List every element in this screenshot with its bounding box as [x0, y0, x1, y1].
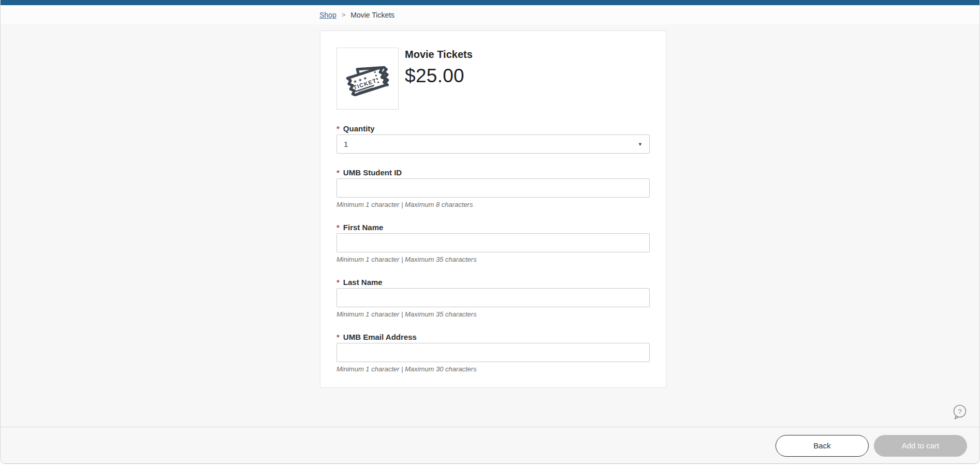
umb-student-id-label: * UMB Student ID: [337, 168, 650, 177]
add-to-cart-button[interactable]: Add to cart: [874, 435, 967, 457]
quantity-selected-value: 1: [344, 140, 348, 148]
quantity-select[interactable]: 1 ▼: [337, 134, 650, 154]
quantity-label: * Quantity: [337, 124, 650, 133]
first-name-input[interactable]: [337, 233, 650, 252]
movie-ticket-icon: ★ ★ ★ TICKET: [340, 51, 396, 107]
field-group-quantity: * Quantity 1 ▼: [337, 124, 650, 154]
product-title: Movie Tickets: [405, 49, 473, 61]
umb-email-address-label: * UMB Email Address: [337, 332, 650, 342]
breadcrumb-bar: Shop > Movie Tickets: [1, 5, 979, 24]
page-container: Shop > Movie Tickets ★ ★ ★ TICKET: [0, 0, 980, 464]
breadcrumb-chevron-icon: >: [342, 11, 346, 19]
help-icon: ?: [953, 404, 967, 421]
last-name-input[interactable]: [337, 288, 650, 307]
required-asterisk: *: [337, 168, 340, 177]
last-name-label-text: Last Name: [343, 277, 383, 287]
required-asterisk: *: [337, 222, 340, 232]
umb-student-id-label-text: UMB Student ID: [343, 168, 402, 177]
product-card: ★ ★ ★ TICKET Movie Tickets $25.00 * Quan…: [320, 31, 666, 388]
breadcrumb-current: Movie Tickets: [350, 11, 394, 19]
chevron-down-icon: ▼: [638, 142, 642, 147]
product-info: Movie Tickets $25.00: [405, 48, 473, 110]
first-name-label: * First Name: [337, 222, 650, 232]
umb-student-id-helper: Minimum 1 character | Maximum 8 characte…: [337, 201, 650, 208]
required-asterisk: *: [337, 124, 340, 133]
umb-student-id-input[interactable]: [337, 178, 650, 198]
required-asterisk: *: [337, 332, 340, 342]
last-name-label: * Last Name: [337, 277, 650, 287]
top-accent-bar: [1, 0, 979, 5]
first-name-label-text: First Name: [343, 222, 384, 232]
help-button[interactable]: ?: [953, 404, 967, 421]
umb-email-address-input[interactable]: [337, 343, 650, 362]
product-header: ★ ★ ★ TICKET Movie Tickets $25.00: [337, 48, 650, 110]
product-price: $25.00: [405, 65, 473, 87]
umb-email-address-helper: Minimum 1 character | Maximum 30 charact…: [337, 365, 650, 373]
quantity-label-text: Quantity: [343, 124, 375, 133]
field-group-last-name: * Last Name Minimum 1 character | Maximu…: [337, 277, 650, 318]
product-image: ★ ★ ★ TICKET: [337, 48, 399, 110]
field-group-first-name: * First Name Minimum 1 character | Maxim…: [337, 222, 650, 263]
field-group-umb-email-address: * UMB Email Address Minimum 1 character …: [337, 332, 650, 373]
first-name-helper: Minimum 1 character | Maximum 35 charact…: [337, 255, 650, 263]
svg-text:?: ?: [958, 408, 962, 415]
breadcrumb: Shop > Movie Tickets: [319, 11, 394, 19]
umb-email-address-label-text: UMB Email Address: [343, 332, 417, 342]
breadcrumb-shop-link[interactable]: Shop: [319, 11, 337, 19]
footer-action-bar: Back Add to cart: [1, 427, 979, 464]
field-group-umb-student-id: * UMB Student ID Minimum 1 character | M…: [337, 168, 650, 208]
required-asterisk: *: [337, 277, 340, 287]
back-button[interactable]: Back: [776, 435, 869, 457]
last-name-helper: Minimum 1 character | Maximum 35 charact…: [337, 310, 650, 318]
